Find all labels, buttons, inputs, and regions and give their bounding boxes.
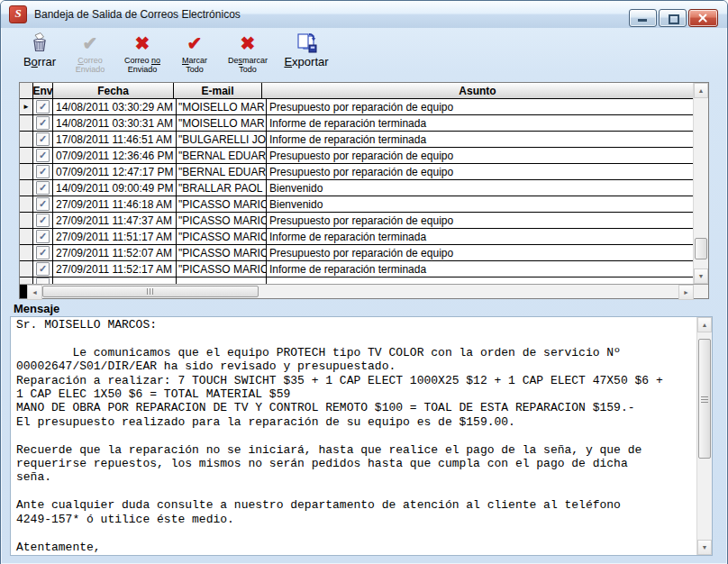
env-checkbox[interactable]: ✓ bbox=[36, 214, 50, 227]
table-row[interactable]: ✓ 14/09/2011 09:00:49 PM "BRALLAR PAOL B… bbox=[20, 180, 693, 196]
table-row[interactable]: ✓ 27/09/2011 11:52:17 AM "PICASSO MARIO … bbox=[20, 261, 693, 277]
cell-email: "PICASSO MARIO bbox=[177, 213, 267, 228]
cell-asunto: Presupuesto por reparación de equipo bbox=[267, 213, 693, 228]
correo-enviado-button: ✔ Correo Enviado bbox=[68, 31, 113, 79]
cell-fecha: 17/08/2011 11:46:51 AM bbox=[53, 132, 177, 147]
correo-enviado-label: Correo Enviado bbox=[76, 56, 105, 74]
desmarcar-todo-button[interactable]: ✖ Desmarcar Todo bbox=[219, 31, 277, 79]
env-checkbox[interactable]: ✓ bbox=[36, 149, 50, 162]
cell-fecha: 14/08/2011 03:30:29 AM bbox=[53, 99, 177, 114]
check-gray-icon: ✔ bbox=[83, 33, 98, 53]
cross-red-icon: ✖ bbox=[241, 33, 256, 53]
cell-email: "MOISELLO MAR bbox=[177, 99, 267, 114]
col-header-email[interactable]: E-mail bbox=[174, 83, 262, 98]
check-icon: ✓ bbox=[39, 264, 47, 274]
col-header-asunto[interactable]: Asunto bbox=[262, 83, 693, 98]
env-checkbox[interactable]: ✓ bbox=[36, 116, 50, 130]
env-checkbox[interactable]: ✓ bbox=[36, 181, 50, 195]
mensaje-vertical-scrollbar[interactable]: ▲ ▼ bbox=[696, 317, 712, 555]
env-checkbox[interactable]: ✓ bbox=[36, 230, 50, 243]
minimize-button[interactable] bbox=[629, 9, 657, 27]
scrollbar-thumb[interactable] bbox=[695, 238, 707, 259]
thumb-grip bbox=[701, 395, 708, 403]
check-icon: ✓ bbox=[39, 248, 47, 258]
cell-fecha: 07/09/2011 12:47:17 PM bbox=[53, 164, 177, 179]
arrow-up-icon: ▲ bbox=[702, 322, 708, 328]
mail-grid: Env Fecha E-mail Asunto ► ✓ 14/08/2011 0… bbox=[19, 82, 709, 299]
correo-no-enviado-button[interactable]: ✖ Correo no Enviado bbox=[114, 31, 170, 79]
env-checkbox[interactable] bbox=[36, 277, 50, 284]
env-checkbox[interactable]: ✓ bbox=[36, 262, 50, 276]
env-checkbox[interactable]: ✓ bbox=[36, 165, 50, 178]
scroll-left-button[interactable]: ◄ bbox=[27, 285, 42, 300]
export-icon bbox=[295, 31, 318, 56]
grid-header: Env Fecha E-mail Asunto bbox=[20, 83, 693, 99]
cell-fecha: 07/09/2011 12:36:46 PM bbox=[53, 148, 177, 163]
app-icon: S bbox=[9, 5, 27, 23]
scroll-down-button[interactable]: ▼ bbox=[697, 540, 712, 555]
cell-email: "BERNAL EDUAR bbox=[177, 164, 267, 179]
table-row[interactable]: ► ✓ 14/08/2011 03:30:29 AM "MOISELLO MAR… bbox=[20, 99, 693, 115]
scroll-up-button[interactable]: ▲ bbox=[697, 317, 712, 332]
borrar-button[interactable]: Borrar bbox=[14, 31, 66, 79]
cell-asunto: Informe de reparación terminada bbox=[267, 115, 693, 131]
table-row[interactable]: ✓ 27/09/2011 11:47:37 AM "PICASSO MARIO … bbox=[20, 213, 693, 229]
selector-header bbox=[20, 83, 33, 98]
cell-email: "PICASSO MARIO bbox=[177, 196, 267, 212]
check-red-icon: ✔ bbox=[187, 33, 203, 53]
cell-asunto: Presupuesto por reparación de equipo bbox=[267, 164, 693, 179]
cell-fecha: 27/09/2011 11:52:17 AM bbox=[53, 261, 177, 277]
exportar-button[interactable]: Exportar bbox=[278, 31, 334, 79]
maximize-button[interactable] bbox=[659, 9, 687, 27]
close-button[interactable] bbox=[688, 9, 718, 27]
toolbar: Borrar ✔ Correo Enviado ✖ Correo no Envi… bbox=[14, 31, 334, 79]
mensaje-label: Mensaje bbox=[14, 302, 59, 315]
cell-email: "PICASSO MARIO bbox=[177, 229, 267, 244]
scroll-up-button[interactable]: ▲ bbox=[694, 83, 708, 98]
cell-fecha: 27/09/2011 11:47:37 AM bbox=[53, 213, 177, 228]
cell-fecha: 27/09/2011 11:52:07 AM bbox=[53, 245, 177, 260]
scroll-down-button[interactable]: ▼ bbox=[694, 268, 708, 284]
col-header-env[interactable]: Env bbox=[33, 83, 53, 98]
cell-fecha: 27/09/2011 11:46:18 AM bbox=[53, 196, 177, 212]
cell-asunto: Bienvenido bbox=[267, 180, 693, 196]
scroll-right-button[interactable]: ► bbox=[678, 285, 694, 300]
arrow-left-icon: ◄ bbox=[32, 289, 38, 296]
maximize-icon bbox=[669, 14, 679, 24]
scrollbar-thumb[interactable] bbox=[42, 286, 259, 297]
cell-email: "BULGARELLI JO bbox=[177, 132, 267, 147]
env-checkbox[interactable]: ✓ bbox=[36, 246, 50, 259]
grid-horizontal-scrollbar[interactable]: ◄ ► bbox=[20, 284, 708, 298]
table-row[interactable]: ✓ 27/09/2011 11:51:17 AM "PICASSO MARIO … bbox=[20, 229, 693, 245]
env-checkbox[interactable]: ✓ bbox=[36, 100, 50, 114]
mensaje-box: Sr. MOISELLO MARCOS: Le comunicamos que … bbox=[10, 316, 713, 556]
table-row[interactable]: ✓ 07/09/2011 12:47:17 PM "BERNAL EDUAR P… bbox=[20, 164, 693, 180]
table-row[interactable]: ✓ 17/08/2011 11:46:51 AM "BULGARELLI JO … bbox=[20, 132, 693, 148]
minimize-icon bbox=[638, 19, 647, 22]
table-row[interactable]: ✓ 14/08/2011 03:30:31 AM "MOISELLO MAR I… bbox=[20, 115, 693, 132]
col-header-fecha[interactable]: Fecha bbox=[53, 83, 174, 98]
env-checkbox[interactable]: ✓ bbox=[36, 132, 50, 146]
scrollbar-thumb[interactable] bbox=[698, 339, 711, 459]
cell-asunto: Presupuesto por reparación de equipo bbox=[267, 148, 693, 163]
arrow-right-icon: ► bbox=[683, 289, 689, 296]
marcar-todo-label: Marcar Todo bbox=[182, 56, 207, 74]
cell-asunto: Informe de reparación terminada bbox=[267, 261, 693, 277]
grid-vertical-scrollbar[interactable]: ▲ ▼ bbox=[693, 83, 708, 284]
table-row-partial[interactable] bbox=[20, 277, 693, 284]
arrow-down-icon: ▼ bbox=[702, 544, 708, 550]
check-icon: ✓ bbox=[39, 215, 47, 225]
correo-no-enviado-label: Correo no Enviado bbox=[124, 56, 160, 74]
cell-fecha: 14/08/2011 03:30:31 AM bbox=[53, 115, 177, 131]
table-row[interactable]: ✓ 27/09/2011 11:46:18 AM "PICASSO MARIO … bbox=[20, 196, 693, 213]
trash-icon bbox=[28, 31, 51, 56]
mensaje-textbox[interactable]: Sr. MOISELLO MARCOS: Le comunicamos que … bbox=[11, 317, 696, 555]
cell-asunto: Presupuesto por reparación de equipo bbox=[267, 99, 693, 114]
env-checkbox[interactable]: ✓ bbox=[36, 197, 50, 211]
marcar-todo-button[interactable]: ✔ Marcar Todo bbox=[172, 31, 217, 79]
check-icon: ✓ bbox=[39, 102, 47, 112]
table-row[interactable]: ✓ 27/09/2011 11:52:07 AM "PICASSO MARIO … bbox=[20, 245, 693, 261]
check-icon: ✓ bbox=[39, 183, 47, 193]
app-window: S Bandeja de Salida de Correos Electróni… bbox=[0, 0, 728, 564]
table-row[interactable]: ✓ 07/09/2011 12:36:46 PM "BERNAL EDUAR P… bbox=[20, 148, 693, 164]
